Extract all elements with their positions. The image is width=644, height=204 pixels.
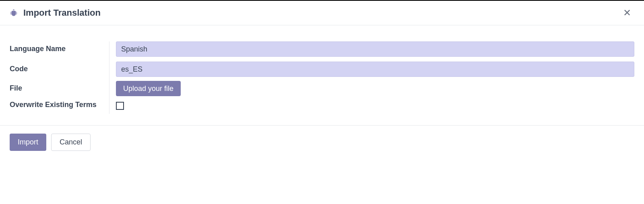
language-name-input[interactable] <box>116 41 634 57</box>
modal-header: Import Translation ✕ <box>0 1 644 25</box>
import-button[interactable]: Import <box>10 134 46 151</box>
label-file: File <box>10 84 22 92</box>
labels-column: Language Name Code File Overwrite Existi… <box>10 41 109 114</box>
bug-icon <box>10 9 18 17</box>
inputs-column: Upload your file <box>109 41 634 114</box>
overwrite-checkbox[interactable] <box>116 102 124 110</box>
upload-file-button[interactable]: Upload your file <box>116 81 181 96</box>
label-code: Code <box>10 65 28 73</box>
close-icon[interactable]: ✕ <box>620 6 634 19</box>
code-input[interactable] <box>116 62 634 77</box>
label-language-name: Language Name <box>10 45 66 53</box>
form-table: Language Name Code File Overwrite Existi… <box>10 41 634 114</box>
modal-footer: Import Cancel <box>0 125 644 161</box>
label-overwrite: Overwrite Existing Terms <box>10 99 97 109</box>
modal-body: Language Name Code File Overwrite Existi… <box>0 25 644 125</box>
cancel-button[interactable]: Cancel <box>51 134 91 151</box>
modal-title: Import Translation <box>23 8 620 18</box>
